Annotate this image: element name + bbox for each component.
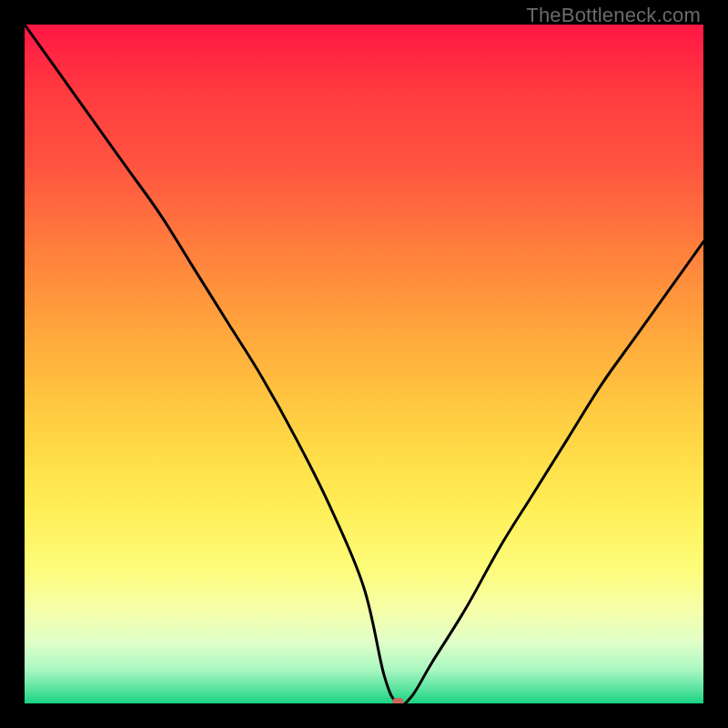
curve-path xyxy=(25,25,703,703)
plot-area xyxy=(25,25,703,703)
watermark-text: TheBottleneck.com xyxy=(526,4,701,27)
min-marker xyxy=(392,698,403,703)
bottleneck-curve xyxy=(25,25,703,703)
chart-frame: TheBottleneck.com xyxy=(0,0,728,728)
